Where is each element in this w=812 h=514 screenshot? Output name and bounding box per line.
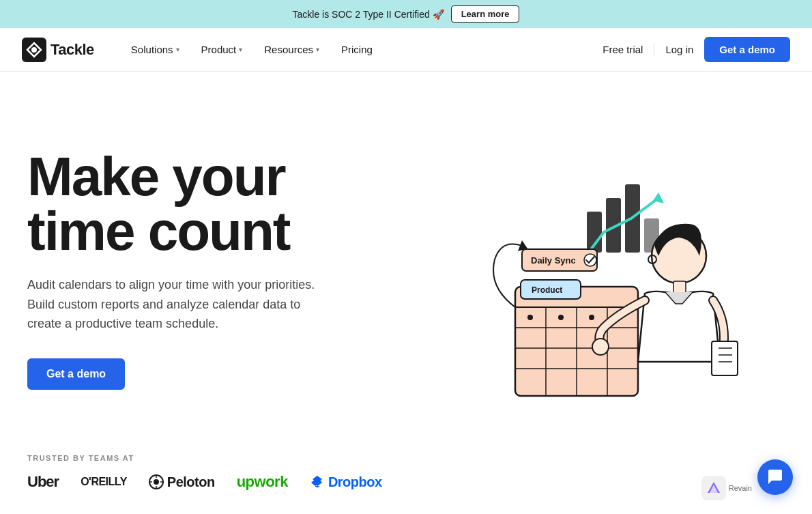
navbar: Tackle Solutions ▾ Product ▾ Resources ▾… [0, 28, 812, 72]
logo-link[interactable]: Tackle [22, 38, 94, 62]
revain-icon [701, 476, 726, 500]
dropbox-icon [310, 474, 325, 489]
svg-rect-26 [673, 281, 686, 294]
svg-rect-28 [712, 341, 738, 375]
upwork-logo: upwork [237, 473, 288, 491]
solutions-chevron-icon: ▾ [176, 46, 179, 53]
hero-subtitle: Audit calendars to align your time with … [27, 275, 321, 334]
announcement-bar: Tackle is SOC 2 Type II Certified 🚀 Lear… [0, 0, 812, 28]
nav-divider [654, 43, 654, 57]
oreilly-logo: O'REILLY [81, 476, 127, 488]
trusted-logos: Uber O'REILLY Peloton upwork Drop [27, 473, 785, 491]
svg-point-11 [558, 315, 564, 320]
hero-image: Daily Sync Product [382, 123, 785, 416]
learn-more-link[interactable]: Learn more [451, 5, 520, 23]
trusted-section: TRUSTED BY TEAMS AT Uber O'REILLY Peloto… [0, 454, 812, 504]
logo-icon [22, 38, 46, 62]
hero-cta-button[interactable]: Get a demo [27, 358, 125, 390]
logo-wordmark: Tackle [50, 41, 94, 59]
nav-right: Free trial Log in Get a demo [603, 37, 790, 62]
dropbox-logo: Dropbox [310, 474, 382, 490]
hero-title: Make your time count [27, 149, 382, 259]
resources-chevron-icon: ▾ [316, 46, 319, 53]
svg-point-12 [589, 315, 594, 320]
revain-badge: Revain [701, 476, 752, 500]
hero-illustration: Daily Sync Product [420, 123, 747, 416]
peloton-logo: Peloton [149, 474, 215, 490]
svg-point-1 [31, 47, 37, 53]
nav-links: Solutions ▾ Product ▾ Resources ▾ Pricin… [121, 38, 603, 61]
nav-item-resources[interactable]: Resources ▾ [255, 38, 329, 61]
log-in-link[interactable]: Log in [665, 44, 693, 55]
svg-text:Product: Product [532, 285, 562, 295]
get-demo-nav-button[interactable]: Get a demo [704, 37, 790, 62]
nav-item-product[interactable]: Product ▾ [192, 38, 252, 61]
hero-section: Make your time count Audit calendars to … [0, 72, 812, 454]
chat-icon [766, 468, 784, 486]
svg-text:Daily Sync: Daily Sync [531, 255, 576, 266]
nav-item-pricing[interactable]: Pricing [332, 38, 382, 61]
hero-content: Make your time count Audit calendars to … [27, 149, 382, 390]
peloton-icon [149, 474, 164, 489]
svg-point-27 [592, 339, 609, 355]
svg-point-10 [527, 315, 533, 320]
revain-label: Revain [729, 484, 752, 492]
free-trial-link[interactable]: Free trial [603, 44, 643, 55]
product-chevron-icon: ▾ [239, 46, 242, 53]
nav-item-solutions[interactable]: Solutions ▾ [121, 38, 189, 61]
announcement-text: Tackle is SOC 2 Type II Certified 🚀 [293, 9, 444, 20]
chat-widget-button[interactable] [757, 459, 793, 495]
trusted-label: TRUSTED BY TEAMS AT [27, 454, 785, 462]
uber-logo: Uber [27, 473, 59, 491]
svg-point-33 [154, 479, 159, 485]
